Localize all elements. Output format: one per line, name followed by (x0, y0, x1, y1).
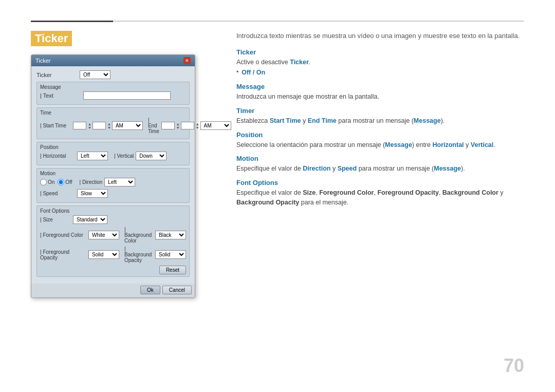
ok-button[interactable]: Ok (140, 286, 160, 294)
help-motion-title: Motion (236, 155, 524, 162)
start-hour-input[interactable]: 12 (73, 122, 86, 129)
speed-row: | Speed SlowNormalFast (40, 189, 186, 198)
speed-label: | Speed (40, 191, 75, 196)
size-label: | Size (40, 217, 71, 222)
message-section-title: Message (40, 84, 186, 90)
direction-label: | Direction (80, 179, 103, 185)
ticker-select[interactable]: Off On (80, 70, 110, 79)
ticker-dialog: Ticker ✕ Ticker Off On Message | Text (31, 54, 195, 298)
end-time-group: 12 ▲▼ 03 ▲▼ AMPM (161, 121, 231, 130)
font-options-section: Font Options | Size StandardSmallLarge |… (36, 206, 190, 277)
motion-section: Motion On Off | Direction (36, 168, 190, 203)
fg-color-row: | Foreground Color WhiteBlack | Backgrou… (40, 227, 186, 244)
start-ampm-select[interactable]: AMPM (112, 121, 143, 130)
end-time-label: | End Time (148, 117, 159, 134)
time-section: Time | Start Time 12 ▲▼ 00 ▲▼ AMPM | End… (36, 107, 190, 139)
motion-off-radio[interactable] (58, 179, 64, 185)
direction-select[interactable]: LeftRight (104, 178, 135, 186)
text-label: | Text (40, 92, 81, 99)
time-section-title: Time (40, 110, 186, 116)
message-section: Message | Text (36, 82, 190, 105)
fg-color-select[interactable]: WhiteBlack (88, 231, 119, 239)
top-border-accent (31, 21, 113, 22)
help-message-text: Introduzca un mensaje que mostrar en la … (236, 92, 524, 102)
start-time-label: | Start Time (40, 123, 71, 128)
speed-select[interactable]: SlowNormalFast (77, 189, 108, 198)
bg-color-label: | Background Color (124, 227, 153, 244)
motion-off-label: Off (65, 179, 72, 185)
dialog-titlebar: Ticker ✕ (31, 55, 195, 66)
left-column: Ticker Ticker ✕ Ticker Off On Message | … (31, 31, 226, 298)
text-row: | Text (40, 91, 186, 100)
text-input[interactable] (83, 91, 171, 100)
horizontal-label: | Horizontal (40, 153, 75, 159)
bg-opacity-select[interactable]: SolidTransparent (155, 250, 186, 259)
ticker-row: Ticker Off On (36, 70, 190, 79)
end-min-input[interactable]: 03 (181, 122, 194, 129)
help-font-options-text: Especifique el valor de Size, Foreground… (236, 188, 524, 208)
help-timer-text: Establezca Start Time y End Time para mo… (236, 116, 524, 126)
end-ampm-select[interactable]: AMPM (200, 121, 231, 130)
cancel-button[interactable]: Cancel (162, 286, 192, 294)
motion-section-title: Motion (40, 171, 186, 176)
help-motion-text: Especifique el valor de Direction y Spee… (236, 164, 524, 174)
horizontal-select[interactable]: LeftRight (77, 152, 108, 160)
help-ticker-text: Active o desactive Ticker. (236, 58, 524, 67)
end-min-spinner[interactable]: ▲▼ (196, 122, 199, 129)
right-column: Introduzca texto mientras se muestra un … (236, 31, 524, 213)
intro-text: Introduzca texto mientras se muestra un … (236, 31, 524, 41)
start-time-group: 12 ▲▼ 00 ▲▼ AMPM (73, 121, 143, 130)
font-options-title: Font Options (40, 208, 186, 214)
start-min-input[interactable]: 00 (92, 122, 106, 129)
bg-opacity-label: | Background Opacity (124, 246, 153, 263)
time-row: | Start Time 12 ▲▼ 00 ▲▼ AMPM | End Time… (40, 117, 186, 134)
help-font-options: Font Options Especifique el valor de Siz… (236, 179, 524, 208)
fg-color-label: | Foreground Color (40, 232, 86, 238)
ticker-bullet: • Off / On (236, 68, 524, 78)
help-position-text: Seleccione la orientación para mostrar u… (236, 140, 524, 150)
fg-opacity-select[interactable]: SolidTransparent (88, 250, 119, 259)
page-number: 70 (504, 355, 524, 377)
bg-color-select[interactable]: BlackWhite (155, 231, 186, 239)
help-font-options-title: Font Options (236, 179, 524, 186)
section-title: Ticker (31, 31, 72, 46)
motion-off-item: Off (58, 179, 72, 185)
fg-opacity-row: | Foreground Opacity SolidTransparent | … (40, 246, 186, 263)
start-min-spinner[interactable]: ▲▼ (107, 122, 111, 129)
dialog-footer: Ok Cancel (31, 284, 195, 297)
dialog-title: Ticker (35, 58, 51, 64)
position-row: | Horizontal LeftRight | Vertical DownUp (40, 152, 186, 160)
motion-row: On Off | Direction LeftRight (40, 178, 186, 186)
vertical-select[interactable]: DownUp (136, 152, 166, 160)
help-position: Position Seleccione la orientación para … (236, 131, 524, 150)
help-position-title: Position (236, 131, 524, 139)
help-motion: Motion Especifique el valor de Direction… (236, 155, 524, 174)
reset-row: Reset (40, 266, 186, 274)
bullet-dot-1: • (236, 68, 238, 76)
size-row: | Size StandardSmallLarge (40, 215, 186, 224)
ticker-field-label: Ticker (36, 72, 78, 78)
fg-opacity-label: | Foreground Opacity (40, 249, 86, 260)
start-hour-spinner[interactable]: ▲▼ (88, 122, 91, 129)
end-hour-input[interactable]: 12 (161, 122, 175, 129)
help-timer-title: Timer (236, 107, 524, 115)
help-message-title: Message (236, 83, 524, 90)
position-section-title: Position (40, 144, 186, 150)
motion-radio-group: On Off (40, 179, 72, 185)
help-ticker: Ticker Active o desactive Ticker. • Off … (236, 48, 524, 78)
motion-on-item: On (40, 179, 54, 185)
ticker-bullet-text: Off / On (242, 68, 265, 78)
dialog-body: Ticker Off On Message | Text Time | Star… (31, 66, 195, 284)
size-select[interactable]: StandardSmallLarge (73, 215, 107, 224)
end-hour-spinner[interactable]: ▲▼ (176, 122, 180, 129)
help-ticker-title: Ticker (236, 48, 524, 56)
position-section: Position | Horizontal LeftRight | Vertic… (36, 142, 190, 165)
help-message: Message Introduzca un mensaje que mostra… (236, 83, 524, 102)
vertical-label: | Vertical (114, 153, 134, 159)
motion-on-radio[interactable] (40, 179, 47, 185)
reset-button[interactable]: Reset (159, 266, 186, 274)
motion-on-label: On (48, 179, 54, 185)
help-timer: Timer Establezca Start Time y End Time p… (236, 107, 524, 126)
dialog-close-button[interactable]: ✕ (183, 57, 191, 64)
